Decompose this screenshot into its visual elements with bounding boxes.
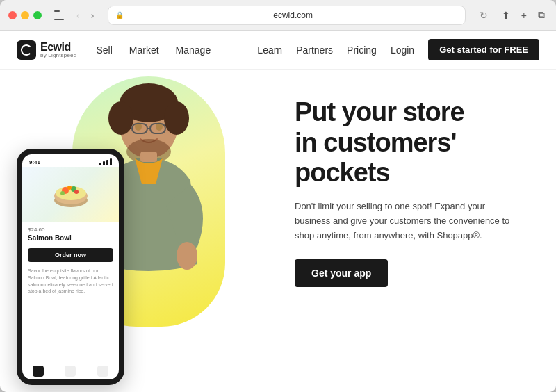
nav-learn[interactable]: Learn <box>257 44 282 56</box>
browser-controls <box>53 8 68 23</box>
phone-product-image <box>22 167 119 222</box>
logo-area[interactable]: Ecwid by Lightspeed <box>17 40 76 60</box>
nav-sell[interactable]: Sell <box>96 44 112 56</box>
svg-point-3 <box>108 101 133 135</box>
svg-point-18 <box>67 186 72 190</box>
refresh-button[interactable]: ↻ <box>480 10 488 21</box>
svg-point-11 <box>177 242 197 270</box>
product-name: Salmon Bowl <box>28 234 113 242</box>
ecwid-logo-icon <box>17 40 36 60</box>
browser-actions: ⬆ + ⧉ <box>499 8 548 22</box>
browser-titlebar: ‹ › 🔒 ecwid.com ↻ ⬆ + ⧉ <box>0 0 556 31</box>
new-tab-button[interactable]: + <box>518 8 530 22</box>
hero-title: Put your storein customers'pockets <box>295 97 539 188</box>
forward-button[interactable]: › <box>88 8 97 22</box>
logo-name: Ecwid <box>40 42 76 53</box>
hero-left: 9:41 <box>17 70 267 392</box>
svg-point-20 <box>60 191 65 195</box>
nav-links-right: Learn Partners Pricing Login Get started… <box>257 39 539 60</box>
maximize-button[interactable] <box>33 11 42 19</box>
traffic-lights <box>8 11 42 19</box>
back-button[interactable]: ‹ <box>74 8 83 22</box>
hero-right: Put your storein customers'pockets Don't… <box>267 70 539 287</box>
url-display: ecwid.com <box>128 10 457 20</box>
bowl-svg <box>50 174 92 215</box>
nav-market[interactable]: Market <box>129 44 159 56</box>
svg-rect-12 <box>140 152 157 162</box>
order-now-button[interactable]: Order now <box>28 248 113 262</box>
get-started-button[interactable]: Get started for FREE <box>428 39 539 60</box>
site-navigation: Ecwid by Lightspeed Sell Market Manage L… <box>0 31 556 70</box>
svg-rect-0 <box>17 40 36 60</box>
get-app-button[interactable]: Get your app <box>295 259 388 287</box>
logo-subtitle: by Lightspeed <box>40 53 76 58</box>
close-button[interactable] <box>8 11 17 19</box>
product-price: $24.60 <box>28 227 113 233</box>
minimize-button[interactable] <box>21 11 29 19</box>
sidebar-toggle-button[interactable] <box>53 8 68 23</box>
svg-point-4 <box>164 101 189 135</box>
phone-nav-about[interactable] <box>65 366 76 377</box>
phone-nav-cart[interactable] <box>97 366 108 377</box>
nav-links-left: Sell Market Manage <box>96 44 211 56</box>
nav-login[interactable]: Login <box>391 44 414 56</box>
phone-content: $24.60 Salmon Bowl Order now Savor the e… <box>22 167 119 361</box>
browser-window: ‹ › 🔒 ecwid.com ↻ ⬆ + ⧉ Ecwid by Lightsp… <box>0 0 556 392</box>
phone-bottom-nav <box>22 361 119 379</box>
hero-section: 9:41 <box>0 70 556 392</box>
lock-icon: 🔒 <box>115 11 124 19</box>
nav-partners[interactable]: Partners <box>296 44 333 56</box>
phone-time: 9:41 <box>29 159 40 165</box>
phone-mockup: 9:41 <box>17 149 124 385</box>
hero-description: Don't limit your selling to one spot! Ex… <box>295 199 517 243</box>
product-description: Savor the exquisite flavors of our Salmo… <box>28 268 113 295</box>
svg-point-19 <box>74 190 79 194</box>
page-content: Ecwid by Lightspeed Sell Market Manage L… <box>0 31 556 392</box>
phone-nav-home[interactable] <box>33 366 44 377</box>
nav-manage[interactable]: Manage <box>176 44 211 56</box>
nav-pricing[interactable]: Pricing <box>347 44 377 56</box>
share-button[interactable]: ⬆ <box>499 8 513 22</box>
phone-status-bar: 9:41 <box>22 154 119 167</box>
phone-signal-icon <box>99 158 112 165</box>
phone-product-info: $24.60 Salmon Bowl Order now Savor the e… <box>22 222 119 361</box>
address-bar[interactable]: 🔒 ecwid.com <box>108 6 465 25</box>
duplicate-button[interactable]: ⧉ <box>535 8 548 22</box>
